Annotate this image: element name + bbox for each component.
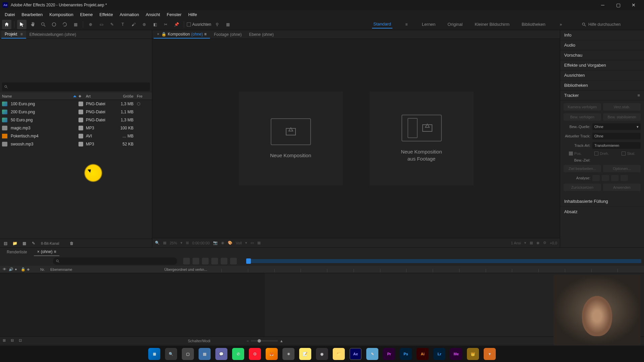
solo-column-icon[interactable]: ● (15, 267, 19, 272)
apply-button[interactable]: Anwenden (603, 184, 641, 191)
track-type-select[interactable]: Transformieren (592, 142, 641, 149)
taskbar-start[interactable]: ⊞ (148, 348, 160, 360)
taskbar-app3[interactable]: ▼ (484, 348, 496, 360)
table-row[interactable]: 50 Euro.pngPNG-Datei1,3 MB (0, 116, 152, 124)
gear-icon[interactable]: ⚙ (543, 241, 546, 245)
exposure-value[interactable]: +0,0 (550, 241, 557, 245)
tab-renderliste[interactable]: Renderliste (3, 248, 31, 256)
timeline-zoom-slider[interactable]: − ▲ (247, 339, 283, 343)
taskbar-app2[interactable]: 👑 (467, 348, 479, 360)
switch-quality-icon[interactable] (125, 267, 130, 272)
help-search[interactable]: Hilfe durchsuchen (582, 22, 642, 27)
home-tool[interactable] (2, 20, 11, 29)
clone-tool[interactable]: ⊛ (140, 20, 149, 29)
menu-fenster[interactable]: Fenster (163, 11, 185, 18)
panel-info[interactable]: Info (560, 30, 644, 40)
channel-icon[interactable]: ◉ (221, 241, 224, 245)
magnification-icon[interactable]: 🔍 (155, 241, 160, 245)
graph-editor-icon[interactable] (230, 258, 237, 264)
workspace-bibliotheken[interactable]: Bibliotheken (520, 20, 547, 28)
table-row[interactable]: 100 Euro.pngPNG-Datei1,3 MB⬡ (0, 100, 152, 108)
playhead-icon[interactable] (246, 258, 251, 264)
panel-content-aware-fill[interactable]: Inhaltsbasierte Füllung (560, 196, 644, 206)
taskbar-illustrator[interactable]: Ai (417, 348, 429, 360)
menu-ebene[interactable]: Ebene (77, 11, 96, 18)
panel-bibliotheken[interactable]: Bibliotheken (560, 80, 644, 90)
snap-toggle[interactable]: Ausrichten (187, 22, 211, 27)
warp-stabilize-button[interactable]: Verz.stab. (603, 103, 641, 111)
menu-animation[interactable]: Animation (116, 11, 143, 18)
new-folder-icon[interactable]: 📁 (11, 240, 18, 247)
analyze-back-icon[interactable] (602, 175, 609, 181)
taskbar-notes[interactable]: 📝 (299, 348, 311, 360)
dof-icon[interactable]: ◉ (536, 241, 540, 245)
maximize-button[interactable]: ▢ (610, 0, 626, 10)
brush-tool[interactable]: 🖌 (129, 20, 138, 29)
switch-frameblend-icon[interactable] (137, 267, 142, 272)
taskbar-whatsapp[interactable]: ✆ (232, 348, 244, 360)
audio-column-icon[interactable]: 🔊 (9, 267, 13, 272)
zoom-out-icon[interactable]: − (247, 339, 249, 343)
region-icon[interactable]: ▭ (251, 241, 254, 245)
rotation-checkbox[interactable]: Dreh. (594, 152, 609, 156)
tab-timeline-ohne[interactable]: × (ohne) ≡ (34, 248, 60, 256)
toggle-switches-icon[interactable]: ⊞ (3, 338, 8, 344)
new-composition-from-footage-button[interactable]: Neue Kompositionaus Footage (370, 92, 474, 185)
taskbar-notepad[interactable]: ✎ (366, 348, 378, 360)
workspace-overflow-icon[interactable]: » (556, 20, 566, 29)
motion-blur-icon[interactable] (221, 258, 227, 264)
taskbar-obs[interactable]: ◉ (316, 348, 328, 360)
switch-shy-icon[interactable] (114, 267, 119, 272)
zoom-tool[interactable] (39, 20, 48, 29)
table-row[interactable]: swoosh.mp3MP352 KB (0, 140, 152, 148)
track-camera-button[interactable]: Kamera verfolgen (564, 103, 601, 111)
draft3d-icon[interactable] (193, 258, 199, 264)
track-motion-button[interactable]: Bew. verfolgen (564, 113, 601, 121)
label-color-icon[interactable] (78, 110, 83, 114)
taskbar-teams[interactable]: 💬 (215, 348, 227, 360)
switches-modes-label[interactable]: Schalter/Modi (188, 339, 210, 343)
work-area-bar[interactable] (246, 259, 641, 263)
menu-komposition[interactable]: Komposition (46, 11, 77, 18)
options-button[interactable]: Optionen... (603, 165, 641, 172)
new-composition-button[interactable]: Neue Komposition (239, 92, 343, 185)
tab-komposition[interactable]: × 🔒 Komposition (ohne) ≡ (154, 31, 210, 39)
switch-adjustment-icon[interactable] (148, 267, 153, 272)
reset-button[interactable]: Zurücksetzen (564, 184, 601, 191)
table-row[interactable]: magic.mp3MP3100 KB (0, 124, 152, 132)
workspace-menu-icon[interactable]: ≡ (402, 20, 411, 29)
edit-target-button[interactable]: Ziel bearbeiten... (564, 165, 601, 172)
anchor-tool[interactable]: ⊕ (86, 20, 95, 29)
col-parent[interactable]: Übergeordnet und verkn... (164, 267, 221, 272)
switch-fx-icon[interactable] (131, 267, 136, 272)
col-art[interactable]: Art (86, 94, 117, 98)
tab-effekteinstellungen[interactable]: Effekteinstellungen (ohne) (26, 31, 79, 38)
col-framerate[interactable]: Fre (137, 94, 147, 98)
taskbar-explorer[interactable]: 📁 (333, 348, 345, 360)
panel-menu-icon[interactable]: ≡ (19, 32, 22, 37)
menu-bearbeiten[interactable]: Bearbeiten (18, 11, 46, 18)
col-ebenenname[interactable]: Ebenenname (50, 267, 114, 272)
tab-close-icon[interactable]: × (157, 32, 159, 37)
taskbar-media-encoder[interactable]: Me (450, 348, 462, 360)
time-ruler[interactable] (221, 267, 644, 272)
project-search[interactable] (2, 82, 150, 91)
stabilize-motion-button[interactable]: Bew. stabilisieren (603, 113, 641, 121)
scale-checkbox[interactable]: Skal. (622, 152, 635, 156)
col-nr[interactable]: Nr. (37, 267, 50, 272)
chevron-down-icon[interactable]: ▾ (180, 241, 182, 245)
panel-absatz[interactable]: Absatz (560, 206, 644, 217)
resolution-select[interactable]: Voll (236, 241, 242, 245)
zoom-in-icon[interactable]: ▲ (280, 339, 283, 343)
workspace-standard[interactable]: Standard (372, 20, 392, 28)
analyze-forward-frame-icon[interactable] (621, 175, 628, 181)
visibility-column-icon[interactable]: 👁 (3, 267, 7, 272)
view-icon[interactable]: ▦ (530, 241, 533, 245)
table-row[interactable]: 200 Euro.pngPNG-Datei1,1 MB (0, 108, 152, 116)
interpret-footage-icon[interactable]: ▤ (2, 240, 9, 247)
workspace-original[interactable]: Original (446, 20, 464, 28)
current-track-select[interactable]: Ohne (592, 133, 641, 139)
comp-mini-flowchart-icon[interactable] (183, 258, 190, 264)
col-tag-icon[interactable]: ◈ (78, 94, 86, 98)
panel-vorschau[interactable]: Vorschau (560, 50, 644, 60)
